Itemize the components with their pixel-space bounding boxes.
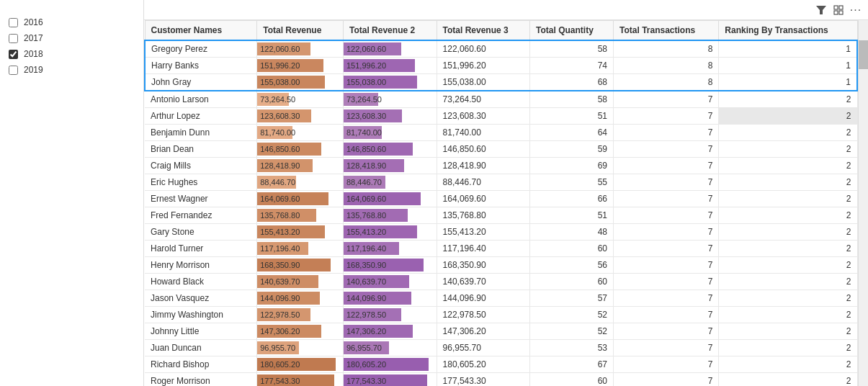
cell-name: Gregory Perez xyxy=(145,40,257,58)
cell-revenue1: 88,446.70 xyxy=(257,174,344,191)
cell-ranking: 2 xyxy=(719,174,857,191)
svg-marker-0 xyxy=(816,6,826,14)
table-row[interactable]: Richard Bishop180,605.20180,605.20180,60… xyxy=(145,356,857,373)
filter-item-2017[interactable]: 2017 xyxy=(9,30,135,46)
checkbox-2018[interactable] xyxy=(9,50,18,59)
table-row[interactable]: Harold Turner117,196.40117,196.40117,196… xyxy=(145,241,857,257)
cell-quantity: 53 xyxy=(530,340,614,356)
cell-ranking: 2 xyxy=(719,257,857,274)
table-row[interactable]: Harry Banks151,996.20151,996.20151,996.2… xyxy=(145,58,857,74)
cell-transactions: 7 xyxy=(614,191,719,207)
cell-ranking: 2 xyxy=(719,224,857,241)
table-row[interactable]: Brian Dean146,850.60146,850.60146,850.60… xyxy=(145,141,857,158)
col-header-1[interactable]: Total Revenue xyxy=(257,21,344,41)
col-header-0[interactable]: Customer Names xyxy=(145,21,257,41)
table-row[interactable]: Fred Fernandez135,768.80135,768.80135,76… xyxy=(145,207,857,224)
table-row[interactable]: Jason Vasquez144,096.90144,096.90144,096… xyxy=(145,290,857,307)
table-row[interactable]: Jimmy Washington122,978.50122,978.50122,… xyxy=(145,307,857,323)
cell-quantity: 51 xyxy=(530,207,614,224)
cell-revenue2: 177,543.30 xyxy=(344,373,437,387)
cell-name: Howard Black xyxy=(145,274,257,290)
filter-item-2019[interactable]: 2019 xyxy=(9,62,135,78)
cell-revenue2: 164,069.60 xyxy=(344,191,437,207)
cell-ranking: 2 xyxy=(719,340,857,356)
cell-transactions: 7 xyxy=(614,174,719,191)
cell-ranking: 1 xyxy=(719,40,857,58)
table-row[interactable]: Henry Morrison168,350.90168,350.90168,35… xyxy=(145,257,857,274)
cell-quantity: 60 xyxy=(530,373,614,387)
cell-revenue2: 117,196.40 xyxy=(344,241,437,257)
table-row[interactable]: Antonio Larson73,264.5073,264.5073,264.5… xyxy=(145,91,857,108)
cell-quantity: 48 xyxy=(530,224,614,241)
cell-revenue1: 122,060.60 xyxy=(257,40,344,58)
svg-rect-3 xyxy=(834,11,838,14)
checkbox-label-2016: 2016 xyxy=(24,17,43,27)
col-header-2[interactable]: Total Revenue 2 xyxy=(344,21,437,41)
more-icon[interactable]: ··· xyxy=(849,4,862,17)
cell-transactions: 7 xyxy=(614,241,719,257)
col-header-6[interactable]: Ranking By Transactions xyxy=(719,21,857,41)
table-row[interactable]: Roger Morrison177,543.30177,543.30177,54… xyxy=(145,373,857,387)
table-row[interactable]: Howard Black140,639.70140,639.70140,639.… xyxy=(145,274,857,290)
cell-ranking: 2 xyxy=(719,290,857,307)
cell-revenue2: 180,605.20 xyxy=(344,356,437,373)
table-row[interactable]: Ernest Wagner164,069.60164,069.60164,069… xyxy=(145,191,857,207)
grid-icon[interactable] xyxy=(832,4,845,17)
checkbox-2019[interactable] xyxy=(9,66,18,75)
cell-revenue1: 155,413.20 xyxy=(257,224,344,241)
cell-name: Harold Turner xyxy=(145,241,257,257)
cell-revenue3: 122,978.50 xyxy=(437,307,530,323)
cell-name: Brian Dean xyxy=(145,141,257,158)
cell-ranking: 2 xyxy=(719,191,857,207)
cell-transactions: 7 xyxy=(614,340,719,356)
table-row[interactable]: Benjamin Dunn81,740.0081,740.0081,740.00… xyxy=(145,125,857,141)
cell-revenue3: 140,639.70 xyxy=(437,274,530,290)
cell-quantity: 69 xyxy=(530,158,614,174)
col-header-5[interactable]: Total Transactions xyxy=(614,21,719,41)
cell-revenue3: 88,446.70 xyxy=(437,174,530,191)
table-row[interactable]: Johnny Little147,306.20147,306.20147,306… xyxy=(145,323,857,340)
checkbox-2017[interactable] xyxy=(9,34,18,43)
cell-revenue3: 128,418.90 xyxy=(437,158,530,174)
cell-transactions: 8 xyxy=(614,58,719,74)
cell-revenue1: 128,418.90 xyxy=(257,158,344,174)
cell-name: John Gray xyxy=(145,74,257,91)
filter-item-2018[interactable]: 2018 xyxy=(9,46,135,62)
cell-revenue1: 122,978.50 xyxy=(257,307,344,323)
filter-icon[interactable] xyxy=(815,4,828,17)
checkbox-2016[interactable] xyxy=(9,18,18,27)
table-row[interactable]: John Gray155,038.00155,038.00155,038.006… xyxy=(145,74,857,91)
filter-item-2016[interactable]: 2016 xyxy=(9,14,135,30)
table-container: Customer NamesTotal RevenueTotal Revenue… xyxy=(144,20,858,386)
scrollbar[interactable] xyxy=(858,20,868,386)
cell-revenue1: 168,350.90 xyxy=(257,257,344,274)
cell-ranking: 2 xyxy=(719,241,857,257)
cell-name: Jimmy Washington xyxy=(145,307,257,323)
cell-ranking: 2 xyxy=(719,373,857,387)
main-panel: ··· Customer NamesTotal RevenueTotal Rev… xyxy=(144,0,868,386)
table-row[interactable]: Arthur Lopez123,608.30123,608.30123,608.… xyxy=(145,108,857,125)
col-header-4[interactable]: Total Quantity xyxy=(530,21,614,41)
cell-ranking: 1 xyxy=(719,58,857,74)
cell-ranking: 2 xyxy=(719,356,857,373)
table-row[interactable]: Gregory Perez122,060.60122,060.60122,060… xyxy=(145,40,857,58)
scroll-thumb[interactable] xyxy=(859,40,868,69)
cell-quantity: 67 xyxy=(530,356,614,373)
cell-revenue3: 123,608.30 xyxy=(437,108,530,125)
cell-revenue2: 135,768.80 xyxy=(344,207,437,224)
col-header-3[interactable]: Total Revenue 3 xyxy=(437,21,530,41)
cell-revenue3: 146,850.60 xyxy=(437,141,530,158)
table-row[interactable]: Juan Duncan96,955.7096,955.7096,955.7053… xyxy=(145,340,857,356)
cell-quantity: 56 xyxy=(530,257,614,274)
cell-revenue1: 117,196.40 xyxy=(257,241,344,257)
cell-revenue1: 147,306.20 xyxy=(257,323,344,340)
checkbox-label-2019: 2019 xyxy=(24,65,43,75)
cell-revenue3: 122,060.60 xyxy=(437,40,530,58)
table-row[interactable]: Gary Stone155,413.20155,413.20155,413.20… xyxy=(145,224,857,241)
cell-quantity: 59 xyxy=(530,141,614,158)
cell-revenue2: 140,639.70 xyxy=(344,274,437,290)
cell-revenue1: 73,264.50 xyxy=(257,91,344,108)
table-row[interactable]: Eric Hughes88,446.7088,446.7088,446.7055… xyxy=(145,174,857,191)
table-row[interactable]: Craig Mills128,418.90128,418.90128,418.9… xyxy=(145,158,857,174)
cell-name: Gary Stone xyxy=(145,224,257,241)
